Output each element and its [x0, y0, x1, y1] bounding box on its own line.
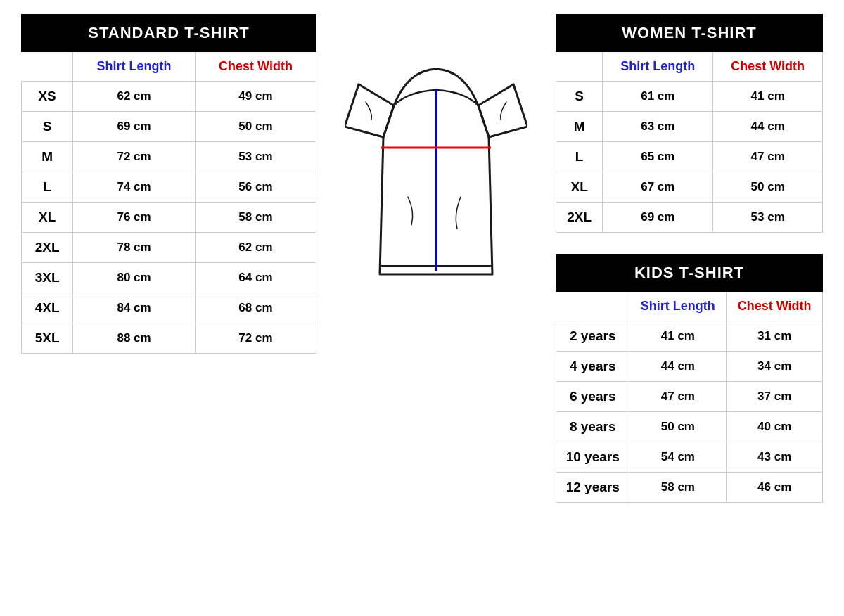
size-cell: XL [556, 172, 603, 203]
table-row: 3XL 80 cm 64 cm [22, 263, 316, 293]
table-row: 4XL 84 cm 68 cm [22, 293, 316, 323]
size-cell: S [22, 112, 73, 142]
size-cell: 8 years [556, 412, 629, 442]
table-row: M 63 cm 44 cm [556, 112, 823, 142]
standard-col-chest: Chest Width [195, 52, 316, 82]
kids-col-shirt: Shirt Length [629, 292, 727, 321]
size-cell: 4XL [22, 293, 73, 323]
women-col-shirt: Shirt Length [603, 52, 713, 82]
chest-width-cell: 64 cm [195, 263, 316, 293]
shirt-length-cell: 78 cm [73, 233, 196, 263]
table-row: 8 years 50 cm 40 cm [556, 412, 823, 442]
middle-section [316, 14, 556, 602]
table-row: 4 years 44 cm 34 cm [556, 352, 823, 382]
size-cell: XS [22, 82, 73, 112]
shirt-length-cell: 88 cm [73, 323, 196, 354]
size-cell: XL [22, 203, 73, 233]
size-cell: S [556, 82, 603, 112]
chest-width-cell: 37 cm [727, 382, 823, 412]
table-row: S 61 cm 41 cm [556, 82, 823, 112]
table-row: L 65 cm 47 cm [556, 142, 823, 172]
chest-width-cell: 34 cm [727, 352, 823, 382]
kids-title: KIDS T-SHIRT [556, 254, 823, 292]
standard-title: STANDARD T-SHIRT [21, 14, 316, 52]
standard-col-shirt: Shirt Length [73, 52, 196, 82]
chest-width-cell: 72 cm [195, 323, 316, 354]
table-row: XS 62 cm 49 cm [22, 82, 316, 112]
table-row: 10 years 54 cm 43 cm [556, 442, 823, 473]
chest-width-cell: 40 cm [727, 412, 823, 442]
shirt-length-cell: 74 cm [73, 172, 196, 203]
standard-table: Shirt Length Chest Width XS 62 cm 49 cm … [21, 52, 316, 354]
shirt-length-cell: 63 cm [603, 112, 713, 142]
shirt-length-cell: 76 cm [73, 203, 196, 233]
chest-width-cell: 50 cm [195, 112, 316, 142]
shirt-length-cell: 72 cm [73, 142, 196, 172]
shirt-length-cell: 84 cm [73, 293, 196, 323]
chest-width-cell: 50 cm [713, 172, 823, 203]
women-section: WOMEN T-SHIRT Shirt Length Chest Width S… [556, 14, 823, 233]
kids-col-chest: Chest Width [727, 292, 823, 321]
table-row: M 72 cm 53 cm [22, 142, 316, 172]
chest-width-cell: 62 cm [195, 233, 316, 263]
size-cell: L [556, 142, 603, 172]
chest-width-cell: 46 cm [727, 473, 823, 503]
size-cell: 4 years [556, 352, 629, 382]
table-row: XL 67 cm 50 cm [556, 172, 823, 203]
chest-width-cell: 44 cm [713, 112, 823, 142]
standard-section: STANDARD T-SHIRT Shirt Length Chest Widt… [21, 14, 316, 602]
right-section: WOMEN T-SHIRT Shirt Length Chest Width S… [556, 14, 823, 602]
size-cell: 10 years [556, 442, 629, 473]
shirt-length-cell: 44 cm [629, 352, 727, 382]
shirt-length-cell: 50 cm [629, 412, 727, 442]
size-cell: 6 years [556, 382, 629, 412]
size-cell: 2XL [556, 203, 603, 233]
chest-width-cell: 58 cm [195, 203, 316, 233]
shirt-length-cell: 62 cm [73, 82, 196, 112]
chest-width-cell: 53 cm [195, 142, 316, 172]
chest-width-cell: 49 cm [195, 82, 316, 112]
kids-section: KIDS T-SHIRT Shirt Length Chest Width 2 … [556, 254, 823, 503]
size-cell: 2XL [22, 233, 73, 263]
table-row: 12 years 58 cm 46 cm [556, 473, 823, 503]
women-table: Shirt Length Chest Width S 61 cm 41 cm M… [556, 52, 823, 233]
size-cell: 5XL [22, 323, 73, 354]
size-cell: 2 years [556, 321, 629, 352]
page-container: STANDARD T-SHIRT Shirt Length Chest Widt… [0, 0, 844, 616]
table-row: 2XL 78 cm 62 cm [22, 233, 316, 263]
shirt-length-cell: 69 cm [603, 203, 713, 233]
shirt-length-cell: 65 cm [603, 142, 713, 172]
shirt-length-cell: 67 cm [603, 172, 713, 203]
table-row: 6 years 47 cm 37 cm [556, 382, 823, 412]
shirt-length-cell: 58 cm [629, 473, 727, 503]
chest-width-cell: 43 cm [727, 442, 823, 473]
shirt-length-cell: 41 cm [629, 321, 727, 352]
chest-width-cell: 56 cm [195, 172, 316, 203]
women-title: WOMEN T-SHIRT [556, 14, 823, 52]
tshirt-illustration [345, 56, 528, 281]
size-cell: 3XL [22, 263, 73, 293]
table-row: XL 76 cm 58 cm [22, 203, 316, 233]
table-row: 2 years 41 cm 31 cm [556, 321, 823, 352]
size-cell: 12 years [556, 473, 629, 503]
table-row: 5XL 88 cm 72 cm [22, 323, 316, 354]
size-cell: M [22, 142, 73, 172]
shirt-length-cell: 69 cm [73, 112, 196, 142]
chest-width-cell: 47 cm [713, 142, 823, 172]
table-row: L 74 cm 56 cm [22, 172, 316, 203]
table-row: 2XL 69 cm 53 cm [556, 203, 823, 233]
chest-width-cell: 68 cm [195, 293, 316, 323]
women-col-chest: Chest Width [713, 52, 823, 82]
shirt-length-cell: 47 cm [629, 382, 727, 412]
size-cell: M [556, 112, 603, 142]
shirt-length-cell: 80 cm [73, 263, 196, 293]
size-cell: L [22, 172, 73, 203]
kids-table: Shirt Length Chest Width 2 years 41 cm 3… [556, 292, 823, 503]
chest-width-cell: 41 cm [713, 82, 823, 112]
chest-width-cell: 31 cm [727, 321, 823, 352]
shirt-length-cell: 54 cm [629, 442, 727, 473]
shirt-length-cell: 61 cm [603, 82, 713, 112]
chest-width-cell: 53 cm [713, 203, 823, 233]
table-row: S 69 cm 50 cm [22, 112, 316, 142]
